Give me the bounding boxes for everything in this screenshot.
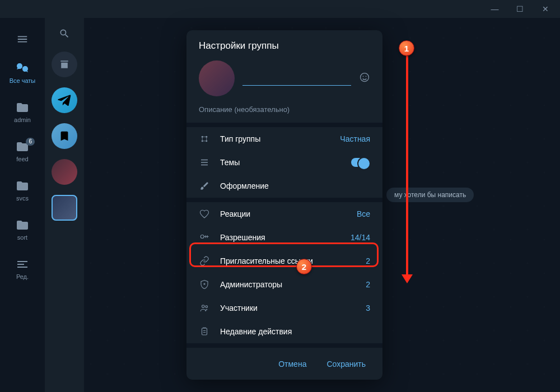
setting-group-type[interactable]: Тип группы Частная (186, 127, 382, 151)
annotation-badge-2: 2 (296, 259, 312, 274)
setting-label: Разрешения (220, 233, 340, 242)
save-button[interactable]: Сохранить (319, 355, 374, 373)
setting-label: Темы (220, 158, 341, 167)
setting-label: Реакции (220, 209, 347, 218)
annotation-arrow (402, 56, 413, 283)
setting-value: 2 (366, 280, 370, 289)
setting-value: Все (357, 209, 370, 218)
setting-permissions[interactable]: Разрешения 14/14 (186, 226, 382, 249)
annotation-badge-1: 1 (399, 40, 414, 56)
setting-value: 2 (366, 256, 370, 265)
dialog-body[interactable]: Описание (необязательно) Тип группы Част… (186, 57, 382, 348)
setting-reactions[interactable]: Реакции Все (186, 202, 382, 226)
modal-overlay: Настройки группы Описание (необязательно… (0, 18, 560, 392)
setting-invite-links[interactable]: Пригласительные ссылки 2 (186, 249, 382, 273)
key-icon (199, 232, 210, 242)
brush-icon (199, 181, 210, 191)
svg-point-2 (366, 76, 367, 77)
group-settings-dialog: Настройки группы Описание (необязательно… (186, 30, 382, 380)
setting-value: Частная (340, 134, 370, 143)
setting-label: Тип группы (220, 134, 330, 143)
setting-administrators[interactable]: Администраторы 2 (186, 273, 382, 296)
setting-recent-actions[interactable]: Недавние действия (186, 320, 382, 343)
setting-appearance[interactable]: Оформление (186, 174, 382, 198)
emoji-icon[interactable] (359, 72, 370, 85)
topics-toggle[interactable] (351, 158, 370, 167)
svg-point-8 (206, 306, 208, 308)
setting-delete-group[interactable]: Удалить группу (186, 348, 382, 348)
heart-icon (199, 209, 210, 219)
setting-label: Администраторы (220, 280, 356, 289)
setting-label: Пригласительные ссылки (220, 256, 356, 265)
group-profile-row (186, 57, 382, 103)
minimize-button[interactable]: — (482, 0, 507, 18)
setting-label: Участники (220, 304, 356, 312)
users-icon (199, 303, 210, 313)
group-type-icon (199, 134, 210, 144)
dialog-title: Настройки группы (186, 30, 382, 57)
svg-point-6 (206, 140, 207, 142)
window-titlebar: — ☐ ✕ (0, 0, 560, 18)
svg-point-1 (363, 76, 364, 77)
setting-members[interactable]: Участники 3 (186, 296, 382, 320)
setting-label: Оформление (220, 181, 370, 190)
svg-point-5 (202, 140, 203, 142)
svg-point-4 (206, 136, 207, 138)
dialog-footer: Отмена Сохранить (186, 348, 382, 380)
svg-point-0 (361, 73, 369, 82)
close-button[interactable]: ✕ (533, 0, 558, 18)
topics-icon (199, 157, 210, 167)
link-icon (199, 256, 210, 266)
svg-rect-9 (202, 328, 207, 335)
group-name-input[interactable] (242, 71, 351, 86)
svg-point-7 (202, 305, 205, 308)
group-description-input[interactable]: Описание (необязательно) (186, 103, 382, 123)
shield-star-icon (199, 279, 210, 290)
cancel-button[interactable]: Отмена (270, 355, 314, 373)
svg-point-3 (202, 136, 203, 138)
group-avatar[interactable] (199, 60, 235, 96)
setting-value: 3 (366, 304, 370, 312)
setting-value: 14/14 (351, 233, 370, 242)
clipboard-icon (199, 326, 210, 337)
maximize-button[interactable]: ☐ (507, 0, 533, 18)
setting-topics[interactable]: Темы (186, 151, 382, 174)
setting-label: Недавние действия (220, 327, 370, 336)
